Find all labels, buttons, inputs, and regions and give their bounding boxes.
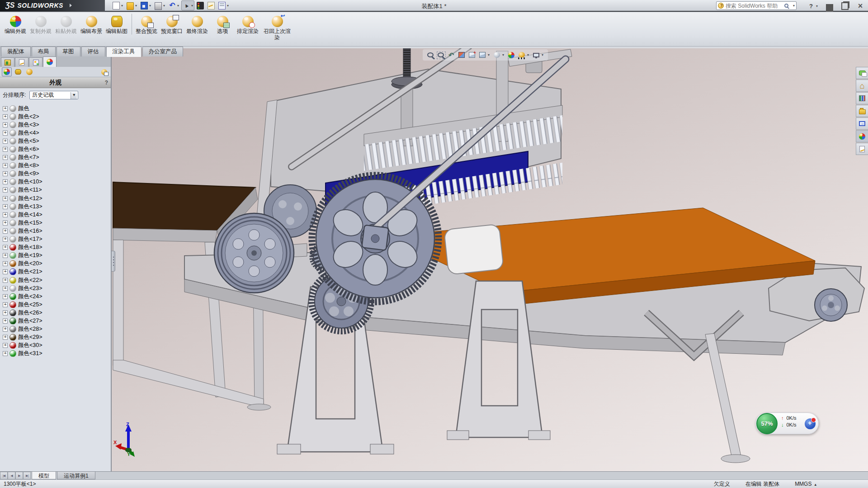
search-icon[interactable] bbox=[784, 4, 788, 8]
appearance-tree-item[interactable]: 颜色<3> bbox=[2, 121, 111, 129]
appearance-tree-item[interactable]: 颜色 bbox=[2, 104, 111, 113]
configuration-manager-tab[interactable] bbox=[29, 57, 42, 67]
view-selector-button[interactable] bbox=[469, 50, 475, 60]
preview-window-button[interactable]: 预览窗口 bbox=[159, 14, 184, 35]
print-button[interactable] bbox=[153, 0, 166, 10]
expand-icon[interactable] bbox=[3, 253, 8, 258]
panel-splitter-grip[interactable] bbox=[112, 251, 115, 272]
appearance-tree-item[interactable]: 颜色<14> bbox=[2, 211, 111, 219]
expand-icon[interactable] bbox=[3, 131, 8, 136]
display-manager-tab[interactable] bbox=[43, 56, 57, 67]
recall-last-render-button[interactable]: 召回上次渲染 bbox=[260, 14, 294, 41]
view-settings-button[interactable] bbox=[533, 50, 543, 60]
next-study-button[interactable] bbox=[15, 472, 23, 479]
minimize-button[interactable] bbox=[824, 1, 835, 11]
tab-sketch[interactable]: 草图 bbox=[57, 47, 80, 56]
final-render-button[interactable]: 最终渲染 bbox=[184, 14, 210, 35]
split-right-button[interactable] bbox=[827, 49, 834, 56]
appearance-tree-item[interactable]: 颜色<5> bbox=[2, 137, 111, 145]
viewport-close-button[interactable] bbox=[858, 49, 865, 56]
appearance-tree-item[interactable]: 颜色<10> bbox=[2, 178, 111, 186]
previous-view-button[interactable] bbox=[448, 50, 454, 60]
tab-layout[interactable]: 布局 bbox=[32, 47, 56, 56]
expand-icon[interactable] bbox=[3, 245, 8, 250]
decals-filter-button[interactable] bbox=[13, 67, 23, 76]
tab-office-products[interactable]: 办公室产品 bbox=[142, 47, 184, 56]
integrated-preview-button[interactable]: 整合预览 bbox=[132, 14, 159, 35]
appearance-tree-item[interactable]: 颜色<12> bbox=[2, 194, 111, 202]
panel-help-icon[interactable]: ? bbox=[105, 80, 108, 86]
3d-viewport[interactable]: Z X Y 57% 0K/s 0K/s bbox=[112, 48, 868, 471]
download-widget[interactable]: 57% 0K/s 0K/s bbox=[755, 413, 819, 434]
display-style-button[interactable] bbox=[494, 50, 504, 60]
expand-icon[interactable] bbox=[3, 237, 8, 242]
custom-properties-tab[interactable] bbox=[856, 143, 868, 155]
copy-appearance-button[interactable]: 复制外观 bbox=[28, 14, 53, 35]
new-document-button[interactable] bbox=[111, 0, 124, 10]
appearance-tree-item[interactable]: 颜色<25> bbox=[2, 300, 111, 309]
open-button[interactable] bbox=[125, 0, 138, 10]
expand-icon[interactable] bbox=[3, 196, 8, 201]
appearance-tree-item[interactable]: 颜色<6> bbox=[2, 145, 111, 153]
expand-icon[interactable] bbox=[3, 147, 8, 152]
logo-flyout-icon[interactable] bbox=[70, 4, 72, 7]
zoom-to-fit-button[interactable] bbox=[427, 50, 434, 60]
unit-system-button[interactable]: MMGS bbox=[795, 481, 816, 487]
first-study-button[interactable] bbox=[0, 472, 8, 479]
save-button[interactable] bbox=[139, 0, 152, 10]
apply-scene-button[interactable] bbox=[519, 50, 529, 60]
expand-icon[interactable] bbox=[3, 188, 8, 192]
last-study-button[interactable] bbox=[23, 472, 31, 479]
appearance-tree-item[interactable]: 颜色<9> bbox=[2, 170, 111, 178]
expand-icon[interactable] bbox=[3, 139, 8, 144]
appearance-tree-item[interactable]: 颜色<15> bbox=[2, 219, 111, 227]
expand-icon[interactable] bbox=[3, 221, 8, 225]
help-button[interactable] bbox=[805, 1, 820, 11]
viewport-minimize-button[interactable] bbox=[837, 49, 844, 56]
expand-icon[interactable] bbox=[3, 114, 8, 119]
appearance-tree-item[interactable]: 颜色<8> bbox=[2, 162, 111, 170]
expand-icon[interactable] bbox=[3, 212, 8, 217]
tab-render-tools[interactable]: 渲染工具 bbox=[106, 47, 142, 57]
appearances-filter-button[interactable] bbox=[2, 67, 12, 76]
appearance-tree-item[interactable]: 颜色<26> bbox=[2, 309, 111, 317]
appearance-tree-item[interactable]: 颜色<19> bbox=[2, 252, 111, 260]
appearance-tree-item[interactable]: 颜色<28> bbox=[2, 325, 111, 333]
search-dropdown-icon[interactable]: ▾ bbox=[793, 4, 795, 8]
cloud-app-icon[interactable] bbox=[805, 418, 816, 429]
expand-icon[interactable] bbox=[3, 106, 8, 111]
status-help-icon[interactable] bbox=[832, 481, 839, 488]
render-options-button[interactable]: 选项 bbox=[210, 14, 235, 35]
sort-order-select[interactable]: 历史记载 bbox=[29, 91, 78, 99]
edit-appearance-button[interactable]: 编辑外观 bbox=[3, 14, 28, 35]
appearance-tree-item[interactable]: 颜色<24> bbox=[2, 292, 111, 300]
expand-icon[interactable] bbox=[3, 319, 8, 324]
undo-button[interactable] bbox=[167, 0, 180, 10]
appearance-tree-item[interactable]: 颜色<20> bbox=[2, 260, 111, 268]
appearance-tree-item[interactable]: 颜色<7> bbox=[2, 154, 111, 162]
close-button[interactable] bbox=[854, 1, 866, 11]
schedule-render-button[interactable]: 排定渲染 bbox=[235, 14, 260, 35]
rebuild-button[interactable] bbox=[195, 0, 205, 10]
appearance-tree-item[interactable]: 颜色<21> bbox=[2, 268, 111, 276]
expand-icon[interactable] bbox=[3, 171, 8, 176]
appearance-tree-item[interactable]: 颜色<4> bbox=[2, 129, 111, 137]
expand-icon[interactable] bbox=[3, 163, 8, 168]
view-palette-tab[interactable] bbox=[856, 117, 868, 130]
view-orientation-button[interactable] bbox=[479, 50, 490, 60]
download-progress-badge[interactable]: 57% bbox=[756, 413, 778, 434]
viewport-restore-button[interactable] bbox=[848, 49, 855, 56]
restore-button[interactable] bbox=[839, 1, 851, 11]
expand-icon[interactable] bbox=[3, 229, 8, 234]
appearance-tree-item[interactable]: 颜色<30> bbox=[2, 342, 111, 350]
scenes-lights-filter-button[interactable] bbox=[24, 67, 34, 76]
appearances-scenes-tab[interactable] bbox=[856, 130, 868, 142]
prev-study-button[interactable] bbox=[8, 472, 15, 479]
zoom-to-area-button[interactable] bbox=[438, 50, 444, 60]
expand-icon[interactable] bbox=[3, 204, 8, 209]
appearance-tree-item[interactable]: 颜色<31> bbox=[2, 350, 111, 358]
appearance-tree-item[interactable]: 颜色<29> bbox=[2, 333, 111, 342]
help-search-input[interactable] bbox=[726, 3, 783, 9]
expand-icon[interactable] bbox=[3, 286, 8, 291]
edit-appearance-hud-button[interactable] bbox=[508, 50, 514, 60]
